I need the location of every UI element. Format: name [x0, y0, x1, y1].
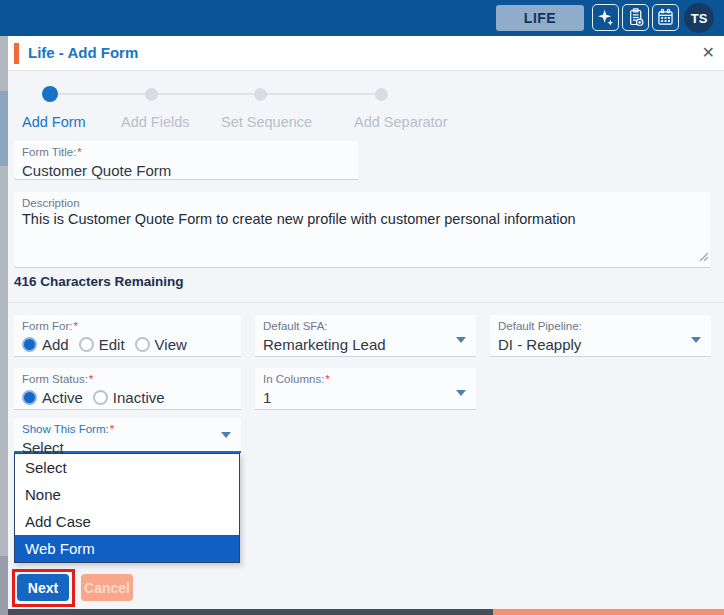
form-status-label: Form Status:*: [22, 372, 233, 386]
step-label-add-separator[interactable]: Add Separator: [354, 114, 448, 130]
topbar: LIFE: [0, 0, 724, 36]
radio-add[interactable]: [22, 337, 37, 352]
radio-edit-label[interactable]: Edit: [99, 336, 125, 353]
description-textarea[interactable]: This is Customer Quote Form to create ne…: [22, 211, 702, 228]
stepper-line: [50, 93, 381, 95]
form-for-field: Form For:* Add Edit View: [14, 315, 241, 357]
form-title-field[interactable]: Form Title:* Customer Quote Form: [14, 141, 358, 180]
page-scroll-strip-segment: [0, 556, 8, 615]
radio-active[interactable]: [22, 390, 37, 405]
calendar-icon: [655, 7, 676, 28]
clipboard-add-button[interactable]: [622, 4, 649, 31]
description-field[interactable]: Description This is Customer Quote Form …: [14, 192, 710, 268]
chevron-down-icon[interactable]: [691, 337, 701, 343]
step-dot-add-separator[interactable]: [375, 88, 388, 101]
clipboard-add-icon: [625, 7, 646, 28]
step-label-add-form[interactable]: Add Form: [22, 114, 86, 130]
radio-edit[interactable]: [79, 337, 94, 352]
close-icon[interactable]: ✕: [702, 43, 715, 62]
default-sfa-select[interactable]: Remarketing Lead: [263, 335, 468, 355]
required-asterisk: *: [325, 373, 329, 385]
form-title-label: Form Title:*: [22, 145, 350, 159]
screen: LIFE: [0, 0, 724, 615]
default-pipeline-label: Default Pipeline:: [498, 319, 703, 333]
radio-inactive-label[interactable]: Inactive: [113, 389, 165, 406]
section-divider: [8, 302, 724, 303]
user-avatar[interactable]: TS: [684, 3, 714, 33]
chevron-down-icon[interactable]: [456, 390, 466, 396]
next-button[interactable]: Next: [17, 574, 69, 601]
step-dot-add-form[interactable]: [42, 86, 58, 102]
radio-view-label[interactable]: View: [155, 336, 187, 353]
sparkles-icon: [595, 7, 616, 28]
in-columns-label: In Columns:*: [263, 372, 468, 386]
resize-handle-icon[interactable]: [698, 247, 708, 265]
page-scroll-strip-segment: [0, 91, 8, 166]
required-asterisk: *: [73, 320, 77, 332]
step-label-add-fields[interactable]: Add Fields: [121, 114, 190, 130]
description-label: Description: [22, 196, 702, 210]
dropdown-option-add-case[interactable]: Add Case: [15, 508, 239, 535]
in-columns-field[interactable]: In Columns:* 1: [255, 368, 476, 410]
radio-inactive[interactable]: [93, 390, 108, 405]
show-this-form-field[interactable]: Show This Form:* Select: [14, 418, 241, 453]
bottom-bar-salmon-segment: [493, 609, 724, 615]
brand-button[interactable]: LIFE: [496, 5, 584, 31]
default-pipeline-select[interactable]: DI - Reapply: [498, 335, 703, 355]
radio-add-label[interactable]: Add: [42, 336, 69, 353]
required-asterisk: *: [110, 423, 114, 435]
characters-remaining-text: 416 Characters Remaining: [14, 274, 184, 289]
show-this-form-label: Show This Form:*: [22, 422, 233, 436]
default-sfa-field[interactable]: Default SFA: Remarketing Lead: [255, 315, 476, 357]
modal-title: Life - Add Form: [28, 44, 138, 61]
radio-view[interactable]: [135, 337, 150, 352]
default-pipeline-field[interactable]: Default Pipeline: DI - Reapply: [490, 315, 711, 357]
chevron-down-icon[interactable]: [456, 337, 466, 343]
step-dot-set-sequence[interactable]: [254, 88, 267, 101]
step-label-set-sequence[interactable]: Set Sequence: [221, 114, 312, 130]
form-title-input[interactable]: Customer Quote Form: [22, 161, 350, 181]
default-sfa-label: Default SFA:: [263, 319, 468, 333]
form-status-field: Form Status:* Active Inactive: [14, 368, 241, 410]
step-dot-add-fields[interactable]: [145, 88, 158, 101]
dropdown-option-none[interactable]: None: [15, 481, 239, 508]
show-this-form-dropdown: Select None Add Case Web Form: [14, 453, 240, 563]
cancel-button[interactable]: Cancel: [81, 574, 133, 601]
modal-header: Life - Add Form ✕: [8, 36, 724, 71]
bottom-bar-dark-segment: [8, 609, 493, 615]
required-asterisk: *: [77, 146, 81, 158]
dropdown-option-web-form[interactable]: Web Form: [15, 535, 239, 562]
sparkles-button[interactable]: [592, 4, 619, 31]
in-columns-select[interactable]: 1: [263, 388, 468, 408]
chevron-down-icon[interactable]: [221, 432, 231, 438]
calendar-button[interactable]: [652, 4, 679, 31]
page-scroll-strip[interactable]: [0, 36, 8, 615]
title-accent-bar: [14, 43, 19, 64]
dropdown-option-select[interactable]: Select: [15, 454, 239, 481]
required-asterisk: *: [89, 373, 93, 385]
radio-active-label[interactable]: Active: [42, 389, 83, 406]
add-form-modal: Life - Add Form ✕ Add Form Add Fields Se…: [8, 36, 724, 609]
form-for-label: Form For:*: [22, 319, 233, 333]
